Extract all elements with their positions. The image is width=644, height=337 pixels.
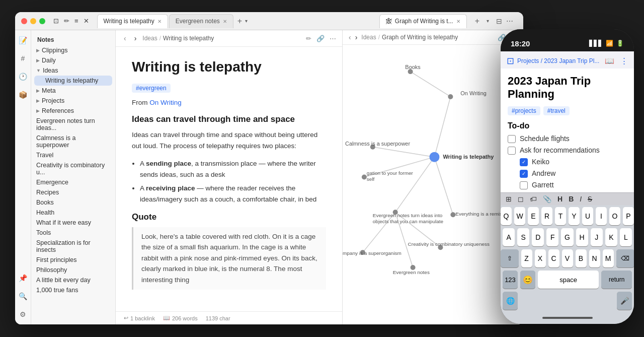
key-a[interactable]: A (503, 228, 515, 246)
key-o[interactable]: O (609, 207, 620, 225)
minimize-button[interactable] (30, 18, 36, 24)
key-123[interactable]: 123 (503, 271, 518, 289)
format-tag-icon[interactable]: 🏷 (530, 195, 537, 203)
format-italic-icon[interactable]: I (580, 195, 582, 203)
phone-book-icon[interactable]: 📖 (605, 56, 614, 65)
key-y[interactable]: Y (569, 207, 580, 225)
key-w[interactable]: W (514, 207, 525, 225)
tag-badge[interactable]: #evergreen (132, 84, 171, 93)
back-button[interactable]: ‹ (122, 33, 128, 43)
key-v[interactable]: V (562, 249, 573, 267)
sidebar-toggle-icon[interactable]: ⊡ (53, 17, 59, 25)
sidebar-item-philosophy[interactable]: Philosophy (31, 265, 115, 275)
key-k[interactable]: K (605, 228, 617, 246)
sidebar-item-creativity[interactable]: Creativity is combinatory u... (31, 160, 115, 177)
phone-breadcrumb[interactable]: Projects / 2023 Japan Trip Pl... (517, 57, 599, 64)
maximize-button[interactable] (39, 18, 45, 24)
sidebar-item-books[interactable]: Books (31, 197, 115, 208)
sidebar-item-meta[interactable]: ▶ Meta (31, 86, 115, 96)
format-bold-icon[interactable]: B (569, 195, 574, 203)
tab-list-dropdown[interactable]: ▾ (245, 18, 248, 24)
phone-tag-travel[interactable]: #travel (543, 106, 570, 115)
key-e[interactable]: E (528, 207, 539, 225)
backlinks-count[interactable]: ↩ 1 backlink (124, 315, 155, 321)
todo-item-keiko[interactable]: ✓ Keiko (508, 158, 627, 166)
key-p[interactable]: P (623, 207, 634, 225)
key-x[interactable]: X (535, 249, 546, 267)
key-mic[interactable]: 🎤 (617, 292, 632, 310)
todo-item-andrew[interactable]: ✓ Andrew (508, 169, 627, 178)
key-l[interactable]: L (620, 228, 632, 246)
archive-icon[interactable]: 📦 (17, 89, 29, 101)
key-s[interactable]: S (517, 228, 529, 246)
sidebar-item-emergence[interactable]: Emergence (31, 177, 115, 187)
sidebar-item-what-if[interactable]: What if it were easy (31, 218, 115, 228)
key-d[interactable]: D (532, 228, 544, 246)
todo-item-garrett[interactable]: Garrett (508, 181, 627, 189)
sidebar-item-daily[interactable]: ▶ Daily (31, 55, 115, 65)
key-j[interactable]: J (591, 228, 603, 246)
edit-icon[interactable]: ✏ (64, 17, 69, 25)
sidebar-item-projects[interactable]: ▶ Projects (31, 96, 115, 106)
format-attach-icon[interactable]: 📎 (543, 195, 551, 203)
key-i[interactable]: I (596, 207, 607, 225)
key-shift[interactable]: ⇧ (501, 249, 519, 267)
key-space[interactable]: space (538, 271, 599, 289)
checkbox-flights[interactable] (508, 135, 516, 143)
hashtag-icon[interactable]: # (19, 52, 27, 64)
tab-close-icon[interactable]: ✕ (223, 19, 227, 24)
sidebar-item-health[interactable]: Health (31, 208, 115, 218)
tab-graph[interactable]: 🕸 Graph of Writing is t... ✕ (379, 14, 467, 28)
key-globe[interactable]: 🌐 (503, 292, 518, 310)
breadcrumb-parent[interactable]: Ideas (142, 35, 157, 42)
history-icon[interactable]: 🕐 (17, 71, 29, 83)
new-tab-button[interactable]: + (234, 17, 245, 26)
from-link[interactable]: On Writing (149, 99, 182, 106)
close-panel-icon[interactable]: ✕ (84, 17, 89, 25)
format-box-icon[interactable]: ◻ (518, 195, 524, 203)
sidebar-item-references[interactable]: ▶ References (31, 106, 115, 116)
close-button[interactable] (21, 18, 27, 24)
graph-forward-button[interactable]: › (355, 33, 358, 41)
format-icon[interactable]: ≡ (74, 17, 78, 25)
sidebar-item-little-bit[interactable]: A little bit every day (31, 275, 115, 285)
key-emoji[interactable]: 😊 (520, 271, 535, 289)
format-table-icon[interactable]: ⊞ (506, 195, 512, 203)
sidebar-item-1000-fans[interactable]: 1,000 true fans (31, 285, 115, 295)
key-b[interactable]: B (576, 249, 587, 267)
todo-item-recommendations[interactable]: Ask for recommendations (508, 146, 627, 155)
key-return[interactable]: return (601, 271, 632, 289)
sidebar-item-specialization[interactable]: Specialization is for insects (31, 238, 115, 255)
key-delete[interactable]: ⌫ (616, 249, 634, 267)
phone-tag-projects[interactable]: #projects (508, 106, 540, 115)
settings-icon[interactable]: ⚙ (18, 308, 28, 320)
format-h-icon[interactable]: H (557, 195, 562, 203)
tab-close-icon[interactable]: ✕ (456, 19, 460, 24)
more-icon[interactable]: ⋯ (506, 17, 513, 25)
key-u[interactable]: U (582, 207, 593, 225)
edit-note-icon[interactable]: ✏ (306, 35, 311, 42)
key-h[interactable]: H (576, 228, 588, 246)
tab-dropdown-right[interactable]: ▾ (487, 18, 489, 24)
graph-breadcrumb-parent[interactable]: Ideas (361, 34, 376, 41)
key-n[interactable]: N (589, 249, 600, 267)
sidebar-item-first-principles[interactable]: First principles (31, 255, 115, 265)
new-tab-button-right[interactable]: + (472, 17, 482, 26)
key-t[interactable]: T (555, 207, 566, 225)
link-icon[interactable]: 🔗 (316, 35, 325, 42)
notes-icon[interactable]: 📝 (17, 34, 29, 46)
sidebar-item-ideas[interactable]: ▼ Ideas (31, 65, 115, 76)
layout-icon[interactable]: ⊟ (496, 17, 502, 25)
phone-more-icon[interactable]: ⋮ (620, 56, 628, 65)
key-g[interactable]: G (561, 228, 573, 246)
more-options-icon[interactable]: ⋯ (330, 35, 336, 42)
sidebar-item-tools[interactable]: Tools (31, 228, 115, 238)
tab-close-icon[interactable]: ✕ (157, 19, 162, 24)
pin-icon[interactable]: 📌 (17, 272, 29, 284)
checkbox-recommendations[interactable] (508, 147, 516, 155)
tab-writing-telepathy[interactable]: Writing is telepathy ✕ (97, 14, 168, 28)
location-icon[interactable]: 🔍 (17, 290, 29, 302)
sidebar-item-calmness[interactable]: Calmness is a superpower (31, 133, 115, 150)
forward-button[interactable]: › (132, 33, 139, 43)
sidebar-item-writing-telepathy[interactable]: Writing is telepathy (34, 76, 112, 86)
